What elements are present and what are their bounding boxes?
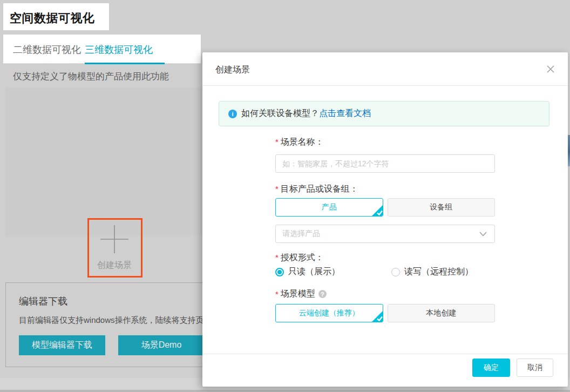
- scene-name-label: *场景名称：: [275, 137, 324, 148]
- required-asterisk: *: [275, 253, 279, 262]
- target-option-product[interactable]: 产品: [275, 198, 383, 217]
- tab-bar: 二维数据可视化 三维数据可视化: [3, 35, 201, 64]
- page-title: 空间数据可视化: [10, 10, 95, 26]
- dialog-title: 创建场景: [215, 64, 250, 76]
- page-bottom-edge: [0, 390, 570, 392]
- create-scene-dialog: 创建场景 i 如何关联设备模型？ 点击查看文档 *场景名称： *目标产品或设备组…: [202, 52, 568, 387]
- dialog-header: 创建场景: [202, 52, 568, 86]
- product-select[interactable]: 请选择产品: [275, 225, 495, 243]
- chevron-down-icon: [479, 232, 487, 236]
- cancel-button[interactable]: 取消: [517, 359, 553, 377]
- auth-mode-label: *授权形式：: [275, 252, 324, 263]
- required-asterisk: *: [275, 289, 279, 299]
- model-editor-download-button[interactable]: 模型编辑器下载: [19, 335, 105, 355]
- target-option-device-group[interactable]: 设备组: [388, 198, 496, 217]
- model-option-local[interactable]: 本地创建: [388, 304, 496, 322]
- close-icon[interactable]: [546, 65, 555, 73]
- auth-radio-group: 只读（展示） 读写（远程控制）: [275, 266, 473, 278]
- banner-text: 如何关联设备模型？: [241, 108, 319, 119]
- active-tab-underline: [85, 63, 165, 64]
- editor-download-description: 目前编辑器仅支持windows操作系统，陆续将支持页面建模: [19, 315, 228, 326]
- radio-selected-icon: [275, 268, 284, 276]
- annotation-highlight-box: [87, 218, 142, 278]
- scene-name-input[interactable]: [275, 154, 495, 173]
- target-label: *目标产品或设备组：: [275, 184, 358, 195]
- help-icon[interactable]: ?: [318, 290, 327, 298]
- required-asterisk: *: [275, 184, 279, 193]
- scene-demo-button[interactable]: 场景Demo: [118, 335, 205, 355]
- scene-model-toggle-group: 云端创建（推荐） 本地创建: [275, 304, 495, 322]
- tab-3d-visualization[interactable]: 三维数据可视化: [85, 43, 153, 56]
- dialog-footer: 确定 取消: [202, 354, 568, 387]
- selected-check-icon: [371, 205, 383, 217]
- docs-link[interactable]: 点击查看文档: [319, 108, 371, 119]
- feature-hint: 仅支持定义了物模型的产品使用此功能: [13, 70, 169, 83]
- editor-download-title: 编辑器下载: [19, 295, 67, 308]
- tab-2d-visualization[interactable]: 二维数据可视化: [13, 43, 81, 56]
- model-option-cloud[interactable]: 云端创建（推荐）: [275, 304, 383, 322]
- selected-check-icon: [371, 310, 383, 322]
- screen: 空间数据可视化 二维数据可视化 三维数据可视化 仅支持定义了物模型的产品使用此功…: [0, 0, 570, 392]
- page-title-area: 空间数据可视化: [3, 3, 109, 30]
- radio-read-write[interactable]: 读写（远程控制）: [391, 266, 473, 278]
- info-icon: i: [228, 110, 237, 118]
- radio-unselected-icon: [391, 268, 400, 276]
- scene-model-label: *场景模型 ?: [275, 288, 327, 300]
- product-select-placeholder: 请选择产品: [282, 229, 320, 239]
- target-toggle-group: 产品 设备组: [275, 198, 495, 217]
- required-asterisk: *: [275, 137, 279, 146]
- confirm-button[interactable]: 确定: [472, 359, 510, 377]
- info-banner: i 如何关联设备模型？ 点击查看文档: [219, 101, 549, 126]
- radio-read-only[interactable]: 只读（展示）: [275, 266, 340, 278]
